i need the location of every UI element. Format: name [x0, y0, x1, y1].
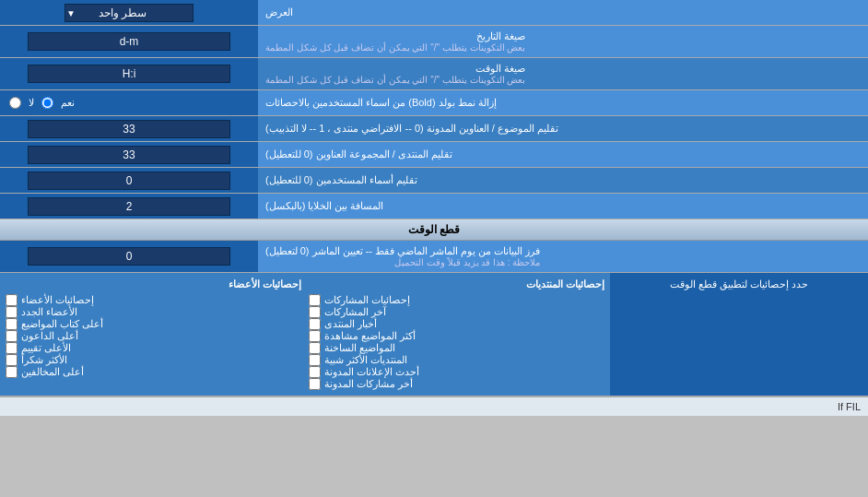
checkbox-col1: إحصائيات المنتديات إحصائيات المشاركات آخ… [309, 278, 604, 390]
cell-spacing-row: المسافة بين الخلايا (بالبكسل) [0, 194, 868, 219]
cb-hot-topics: المواضيع الساخنة [309, 342, 604, 354]
cb-last-blog-posts: أخر مشاركات المدونة [309, 378, 604, 390]
cb-popular-forums: المنتديات الأكثر شبية [309, 354, 604, 366]
cb-most-thanked-input[interactable] [6, 354, 18, 366]
col1-title: إحصائيات المنتديات [309, 278, 604, 290]
forum-align-label: تقليم المنتدى / المجموعة العناوين (0 للت… [258, 142, 868, 167]
cb-hot-topics-input[interactable] [309, 342, 321, 354]
bold-remove-yes-label: نعم [61, 97, 75, 109]
cb-top-referrers-input[interactable] [6, 330, 18, 342]
username-align-input[interactable] [28, 172, 230, 190]
cell-spacing-input[interactable] [28, 197, 230, 216]
cb-new-members: الأعضاء الجدد [6, 306, 301, 318]
cb-top-posters: أعلى كتاب المواضيع [6, 318, 301, 330]
forum-align-input[interactable] [28, 146, 230, 164]
cutoff-days-row: فرز البيانات من يوم الماشر الماضي فقط --… [0, 241, 868, 273]
cb-most-thanked: الأكثر شكراً [6, 354, 301, 366]
topic-align-label: تقليم الموضوع / العناوين المدونة (0 -- ا… [258, 116, 868, 141]
col2-title: إحصائيات الأعضاء [6, 278, 301, 290]
cb-contributions: إحصائيات المشاركات [309, 294, 604, 306]
display-type-label: display-type العرض [258, 0, 868, 25]
apply-label-text: حدد إحصائيات لتطبيق قطع الوقت [670, 278, 808, 290]
cutoff-days-label: فرز البيانات من يوم الماشر الماضي فقط --… [258, 241, 868, 272]
bold-remove-row: إزالة نمط بولد (Bold) من اسماء المستخدمي… [0, 90, 868, 116]
cb-contributions-input[interactable] [309, 294, 321, 306]
cb-top-referrers: أعلى الداعون [6, 330, 301, 342]
date-format-label: صيغة التاريخ بعض التكوينات يتطلب "/" الت… [258, 26, 868, 57]
cb-popular-forums-input[interactable] [309, 354, 321, 366]
cb-top-rated-input[interactable] [6, 342, 18, 354]
cb-most-viewed: أكثر المواضيع مشاهدة [309, 330, 604, 342]
display-type-row: display-type العرض سطر واحد عدة أسطر ▼ [0, 0, 868, 26]
cb-top-infractions-input[interactable] [6, 366, 18, 378]
date-format-row: صيغة التاريخ بعض التكوينات يتطلب "/" الت… [0, 26, 868, 58]
cb-forum-news-input[interactable] [309, 318, 321, 330]
username-align-label: تقليم أسماء المستخدمين (0 للتعطيل) [258, 168, 868, 193]
topic-align-input[interactable] [28, 120, 230, 138]
cb-top-infractions: أعلى المخالفين [6, 366, 301, 378]
topic-align-row: تقليم الموضوع / العناوين المدونة (0 -- ا… [0, 116, 868, 142]
checkboxes-section: حدد إحصائيات لتطبيق قطع الوقت إحصائيات ا… [0, 273, 868, 396]
cell-spacing-input-cell [0, 194, 258, 219]
cutoff-days-input[interactable] [28, 247, 230, 266]
bottom-text: If FIL [0, 396, 868, 416]
cb-last-posts-input[interactable] [309, 306, 321, 318]
display-type-input-cell: سطر واحد عدة أسطر ▼ [0, 0, 258, 25]
topic-align-input-cell [0, 116, 258, 141]
bold-remove-yes-radio[interactable] [41, 97, 53, 109]
forum-align-input-cell [0, 142, 258, 167]
cb-new-members-input[interactable] [6, 306, 18, 318]
bold-remove-no-radio[interactable] [9, 97, 21, 109]
date-format-input-cell [0, 26, 258, 57]
cb-last-posts: آخر المشاركات [309, 306, 604, 318]
cb-last-blog-posts-input[interactable] [309, 378, 321, 390]
cutoff-days-input-cell [0, 241, 258, 272]
bold-remove-input-cell: نعم لا [0, 90, 258, 115]
main-container: display-type العرض سطر واحد عدة أسطر ▼ ص… [0, 0, 868, 416]
date-format-input[interactable] [28, 32, 230, 51]
time-format-input[interactable] [28, 65, 230, 83]
bottom-text-content: If FIL [838, 401, 861, 412]
time-format-input-cell [0, 58, 258, 89]
cb-forum-news: أخبار المنتدى [309, 318, 604, 330]
cb-latest-announcements: أحدث الإعلانات المدونة [309, 366, 604, 378]
bold-remove-no-label: لا [29, 97, 34, 109]
time-format-row: صيغة الوقت بعض التكوينات يتطلب "/" التي … [0, 58, 868, 90]
cb-member-stats: إحصائيات الأعضاء [6, 294, 301, 306]
cb-member-stats-input[interactable] [6, 294, 18, 306]
cell-spacing-label: المسافة بين الخلايا (بالبكسل) [258, 194, 868, 219]
apply-label-cell: حدد إحصائيات لتطبيق قطع الوقت [610, 273, 868, 396]
cb-top-rated: الأعلى تقييم [6, 342, 301, 354]
cb-most-viewed-input[interactable] [309, 330, 321, 342]
username-align-row: تقليم أسماء المستخدمين (0 للتعطيل) [0, 168, 868, 194]
username-align-input-cell [0, 168, 258, 193]
display-type-select-wrapper: سطر واحد عدة أسطر ▼ [65, 4, 194, 22]
forum-align-row: تقليم المنتدى / المجموعة العناوين (0 للت… [0, 142, 868, 168]
display-type-select[interactable]: سطر واحد عدة أسطر [65, 4, 194, 22]
checkbox-columns: إحصائيات المنتديات إحصائيات المشاركات آخ… [0, 273, 610, 396]
cb-latest-announcements-input[interactable] [309, 366, 321, 378]
cutoff-section-header: قطع الوقت [0, 219, 868, 241]
cb-top-posters-input[interactable] [6, 318, 18, 330]
bold-remove-label: إزالة نمط بولد (Bold) من اسماء المستخدمي… [258, 90, 868, 115]
checkbox-col2: إحصائيات الأعضاء إحصائيات الأعضاء الأعضا… [6, 278, 301, 390]
time-format-label: صيغة الوقت بعض التكوينات يتطلب "/" التي … [258, 58, 868, 89]
